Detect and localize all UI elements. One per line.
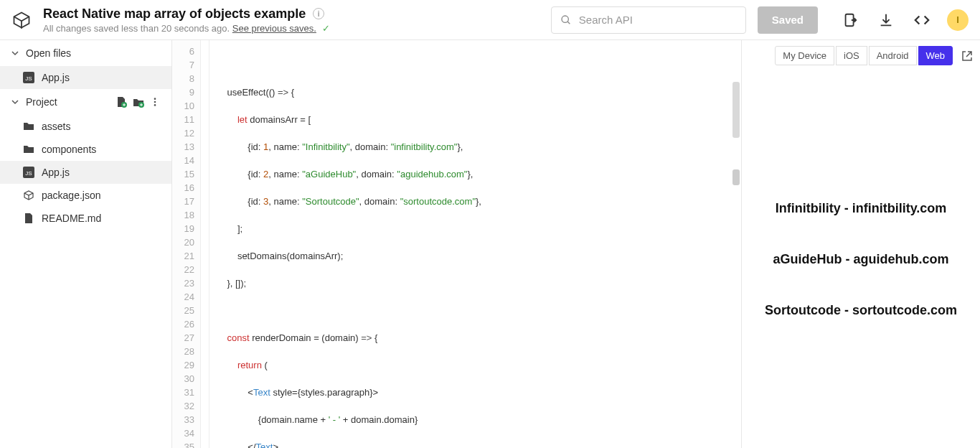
- check-icon: ✓: [322, 23, 330, 34]
- tab-android[interactable]: Android: [869, 46, 917, 65]
- more-icon[interactable]: [150, 97, 160, 107]
- download-icon[interactable]: [878, 12, 894, 28]
- export-icon[interactable]: [842, 12, 858, 28]
- save-status-text: All changes saved less than 20 seconds a…: [43, 23, 230, 34]
- popout-icon[interactable]: [961, 50, 973, 62]
- js-file-icon: JS: [23, 72, 34, 83]
- code-content[interactable]: useEffect(() => { let domainsArr = [ {id…: [209, 40, 741, 448]
- folder-icon: [23, 121, 34, 132]
- file-item-package[interactable]: package.json: [0, 184, 171, 207]
- svg-point-0: [562, 16, 568, 22]
- file-item-readme[interactable]: README.md: [0, 207, 171, 230]
- tab-my-device[interactable]: My Device: [775, 46, 834, 65]
- svg-point-9: [154, 104, 156, 106]
- tab-web[interactable]: Web: [918, 46, 953, 65]
- preview-line: Sortoutcode - sortoutcode.com: [765, 303, 957, 318]
- save-status: All changes saved less than 20 seconds a…: [43, 23, 330, 34]
- file-item-app-js[interactable]: JS App.js: [0, 161, 171, 184]
- file-item-assets[interactable]: assets: [0, 115, 171, 138]
- avatar[interactable]: I: [947, 9, 969, 31]
- preview-line: aGuideHub - aguidehub.com: [773, 252, 948, 267]
- file-label: App.js: [42, 167, 70, 178]
- saved-button[interactable]: Saved: [758, 6, 818, 34]
- file-icon: [23, 213, 34, 224]
- code-editor[interactable]: 6789101112131415161718192021222324252627…: [172, 40, 742, 448]
- project-section[interactable]: Project: [0, 89, 171, 115]
- svg-point-8: [154, 101, 156, 103]
- preview-tabs: My Device iOS Android Web: [742, 40, 980, 71]
- folder-icon: [23, 144, 34, 155]
- package-icon: [23, 190, 34, 201]
- file-label: package.json: [42, 190, 101, 201]
- file-label: components: [42, 144, 96, 155]
- js-file-icon: JS: [23, 167, 34, 178]
- preview-panel: My Device iOS Android Web Infinitbility …: [742, 40, 980, 448]
- header: React Native map array of objects exampl…: [0, 0, 980, 40]
- project-label: Project: [26, 96, 57, 108]
- svg-point-7: [154, 98, 156, 100]
- search-box[interactable]: [551, 6, 746, 34]
- chevron-down-icon: [11, 98, 19, 106]
- search-icon: [560, 14, 572, 26]
- new-file-icon[interactable]: [116, 96, 127, 108]
- project-title-text: React Native map array of objects exampl…: [43, 6, 306, 22]
- open-files-section[interactable]: Open files: [0, 40, 171, 66]
- embed-icon[interactable]: [914, 12, 930, 28]
- snack-logo-icon: [11, 10, 32, 30]
- import-icon[interactable]: [133, 96, 144, 108]
- line-numbers: 6789101112131415161718192021222324252627…: [172, 40, 201, 448]
- title-block: React Native map array of objects exampl…: [43, 6, 330, 34]
- info-icon[interactable]: i: [313, 8, 324, 19]
- project-title[interactable]: React Native map array of objects exampl…: [43, 6, 330, 22]
- previous-saves-link[interactable]: See previous saves.: [232, 23, 316, 34]
- svg-line-1: [567, 22, 570, 24]
- search-input[interactable]: [579, 14, 737, 26]
- sidebar: Open files JS App.js Project assets comp…: [0, 40, 172, 448]
- svg-text:JS: JS: [25, 170, 32, 177]
- open-files-label: Open files: [26, 47, 71, 59]
- scrollbar-thumb[interactable]: [732, 169, 740, 185]
- open-file-item[interactable]: JS App.js: [0, 66, 171, 89]
- open-file-label: App.js: [42, 72, 70, 83]
- tab-ios[interactable]: iOS: [836, 46, 867, 65]
- preview-body: Infinitbility - infinitbility.com aGuide…: [742, 71, 980, 448]
- svg-text:JS: JS: [25, 75, 32, 82]
- file-label: README.md: [42, 213, 101, 224]
- scrollbar-thumb[interactable]: [732, 82, 740, 138]
- file-item-components[interactable]: components: [0, 138, 171, 161]
- chevron-down-icon: [11, 50, 19, 57]
- file-label: assets: [42, 121, 70, 132]
- preview-line: Infinitbility - infinitbility.com: [776, 201, 947, 216]
